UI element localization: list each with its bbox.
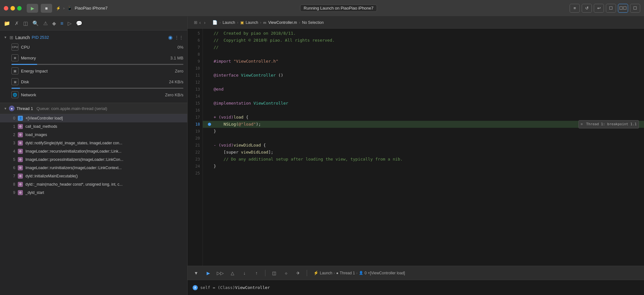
code-line-7: // [203, 44, 644, 51]
stack-label-0: +[ViewController load] [25, 116, 63, 120]
stack-frames: 0👤+[ViewController load]1⚙call_load_meth… [0, 114, 187, 197]
error-icon[interactable]: ✗ [15, 20, 19, 26]
stack-frame-8[interactable]: 8⚙dyld::_main(macho_header const*, unsig… [0, 180, 187, 189]
layout-2[interactable]: ☐☐ [618, 4, 628, 13]
inspect-btn[interactable]: ⟐ [281, 269, 291, 277]
nav-back[interactable]: ‹ [198, 20, 202, 25]
play-button[interactable]: ▶ [27, 4, 38, 13]
bc-m-icon: m [263, 21, 266, 24]
step-over-btn[interactable]: ▷▷ [216, 269, 225, 277]
breakpoints-icon[interactable]: ◆ [52, 20, 56, 26]
stack-num-8: 8 [10, 182, 15, 187]
bc-sep-4: › [299, 20, 300, 25]
run-icon[interactable]: ▷ [68, 20, 72, 26]
stack-num-3: 3 [10, 141, 15, 145]
view-toggle[interactable]: ◫ [269, 269, 279, 277]
search-icon[interactable]: 🔍 [32, 20, 39, 26]
close-button[interactable] [4, 6, 8, 10]
stack-frame-9[interactable]: 9⚙_dyld_start [0, 189, 187, 197]
folder-icon[interactable]: 📁 [4, 20, 10, 26]
process-section: ▼ ⊞ Launch PID 2532 ◉ ⋮⋮ CPU CPU 0% [0, 31, 187, 103]
stop-button[interactable]: ■ [41, 4, 52, 13]
energy-icon: ▣ [11, 67, 18, 74]
messages-icon[interactable]: 💬 [76, 20, 82, 26]
token-18-2: ); [256, 121, 261, 128]
bottom-bc-thread: Thread 1 [340, 271, 355, 275]
app-name: PiaoPiao iPhone7 [75, 6, 107, 10]
energy-value: Zero [175, 69, 183, 73]
thread-queue: Queue: com.apple.main-thread (serial) [37, 106, 107, 111]
stack-frame-4[interactable]: 4⚙ImageLoader::recursiveInitialization(I… [0, 147, 187, 155]
console-toggle[interactable]: ▼ [191, 269, 201, 277]
view-icon[interactable]: ◫ [23, 20, 28, 26]
nav-forward[interactable]: › [203, 20, 207, 25]
stack-frame-5[interactable]: 5⚙ImageLoader::processInitializers(Image… [0, 155, 187, 164]
console-close-paren: ) [233, 285, 235, 290]
stack-label-1: call_load_methods [25, 124, 57, 129]
thread-section: ▼ ● Thread 1 Queue: com.apple.main-threa… [0, 103, 187, 295]
step-into-btn[interactable]: △ [228, 269, 237, 277]
bc-selection[interactable]: No Selection [302, 20, 324, 25]
memory-bar [11, 64, 183, 65]
process-chevron[interactable]: ▼ [4, 36, 7, 39]
panel-toolbar: 📁 ✗ ◫ 🔍 ⚠ ◆ ≡ ▷ 💬 [0, 17, 187, 31]
token-13-0: @end [214, 86, 223, 93]
thread-chevron[interactable]: ▼ [4, 107, 7, 110]
bc-launch-2[interactable]: Launch [246, 20, 258, 25]
debug-console: A self = ( Class ) ViewController [188, 280, 644, 295]
stack-frame-1[interactable]: 1⚙call_load_methods [0, 122, 187, 131]
code-line-16 [203, 107, 644, 114]
editor-area[interactable]: 5678910111213141516171819202122232425 //… [188, 29, 644, 266]
token-17-2: { [243, 114, 249, 121]
bottom-stack-icon: 👤 [359, 271, 363, 275]
debug-icon[interactable]: ≡ [60, 21, 63, 26]
line-num-12: 12 [188, 79, 202, 86]
bc-launch-1[interactable]: Launch [223, 20, 235, 25]
stack-icon-1: ⚙ [18, 124, 23, 129]
warning-icon[interactable]: ⚠ [43, 20, 48, 26]
network-icon-label: 🌐 [13, 93, 17, 97]
menu-icon[interactable]: ⋮⋮ [175, 35, 183, 40]
disk-icon-label: ▣ [14, 80, 17, 84]
energy-gauge-row[interactable]: ▣ Energy Impact Zero [0, 65, 187, 76]
memory-gauge-row[interactable]: ▣ Memory 3.1 MB [0, 52, 187, 63]
maximize-button[interactable] [17, 6, 22, 10]
cpu-gauge-row[interactable]: CPU CPU 0% [0, 42, 187, 52]
continue-btn[interactable]: ▶ [203, 269, 213, 277]
step-over[interactable]: ↩ [594, 4, 604, 13]
step-up-btn[interactable]: ↑ [252, 269, 261, 277]
breakpoints-toggle[interactable]: ↺ [582, 4, 592, 13]
step-out-btn[interactable]: ↓ [240, 269, 249, 277]
stack-frame-7[interactable]: 7⚙dyld::initializeMainExecutable() [0, 172, 187, 180]
stack-frame-0[interactable]: 0👤+[ViewController load] [0, 114, 187, 122]
stack-frame-3[interactable]: 3⚙dyld::notifySingle(dyld_image_states, … [0, 139, 187, 147]
code-area[interactable]: // Created by piao on 2018/8/11.// Copyr… [203, 29, 644, 266]
code-line-10 [203, 65, 644, 72]
token-21-2: { [261, 142, 266, 149]
stack-frame-6[interactable]: 6⚙ImageLoader::runInitializers(ImageLoad… [0, 164, 187, 172]
bc-file[interactable]: ViewController.m [268, 20, 297, 25]
network-gauge-row[interactable]: 🌐 Network Zero KB/s [0, 89, 187, 100]
process-title: ⊞ Launch PID 2532 [10, 35, 166, 40]
navigator-toggle[interactable]: ≡ [570, 4, 580, 13]
process-icon: ⊞ [10, 35, 13, 40]
stack-icon-4: ⚙ [18, 149, 23, 154]
line-numbers: 5678910111213141516171819202122232425 [188, 29, 203, 266]
layout-1[interactable]: ☐ [606, 4, 616, 13]
record-icon[interactable]: ◉ [168, 34, 173, 40]
token-11-0: @interface [214, 72, 241, 79]
code-line-17: + (void)load { [203, 114, 644, 121]
stack-frame-2[interactable]: 2⚙load_images [0, 131, 187, 139]
memory-icon-label: ▣ [14, 56, 17, 59]
energy-icon-label: ▣ [13, 69, 17, 73]
stack-icon-9: ⚙ [18, 190, 23, 195]
disk-bar-fill [11, 88, 20, 89]
grid-icon: ⊞ [194, 20, 197, 25]
disk-gauge-row[interactable]: ▣ Disk 24 KB/s [0, 76, 187, 87]
line-num-5: 5 [188, 30, 202, 37]
share-btn[interactable]: ✈ [293, 269, 303, 277]
layout-3[interactable]: ☐ [630, 4, 640, 13]
minimize-button[interactable] [10, 6, 15, 10]
stack-num-5: 5 [10, 157, 15, 162]
memory-bar-fill [11, 64, 37, 65]
